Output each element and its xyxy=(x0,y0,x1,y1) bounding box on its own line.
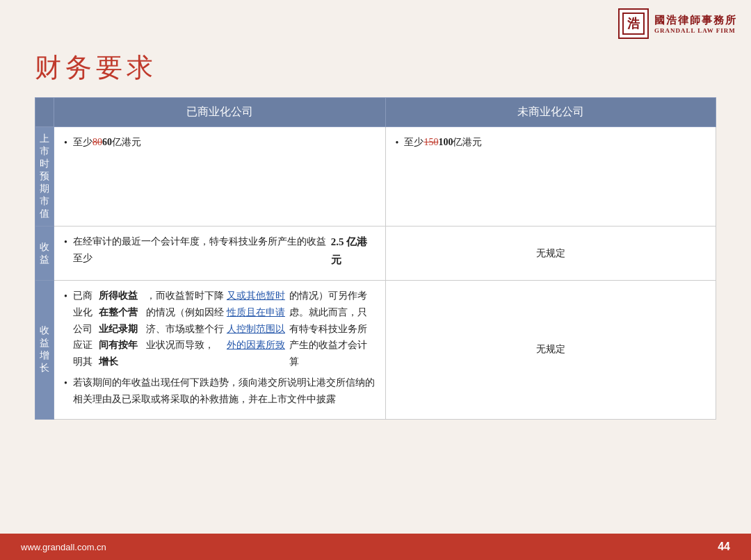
table-row: 收益增长 已商业化公司应证明其所得收益在整个营业纪录期间有按年增长，而收益暂时下… xyxy=(35,281,716,420)
logo-area: 浩 國浩律師事務所 GRANDALL LAW FIRM xyxy=(618,8,737,39)
logo-en: GRANDALL LAW FIRM xyxy=(654,27,736,34)
footer-url: www.grandall.com.cn xyxy=(21,542,106,552)
slide: 浩 國浩律師事務所 GRANDALL LAW FIRM 财务要求 已商业化公司 xyxy=(0,0,751,560)
footer-page: 44 xyxy=(718,541,730,553)
cell-market-cap-commercialized: 至少 8060 亿港元 xyxy=(54,127,386,227)
row-header-revenue-growth: 收益增长 xyxy=(35,281,54,420)
col-empty-header xyxy=(35,98,54,127)
row-header-revenue: 收益 xyxy=(35,227,54,281)
table-row: 收益 在经审计的最近一个会计年度，特专科技业务所产生的收益至少 2.5 亿港元 … xyxy=(35,227,716,281)
svg-text:浩: 浩 xyxy=(627,17,640,31)
logo-cn: 國浩律師事務所 xyxy=(654,14,737,27)
table-row: 上市时预期市值 至少 8060 亿港元 至少 150100 亿港元 xyxy=(35,127,716,227)
logo-text: 國浩律師事務所 GRANDALL LAW FIRM xyxy=(654,14,737,34)
cell-growth-commercialized: 已商业化公司应证明其所得收益在整个营业纪录期间有按年增长，而收益暂时下降的情况（… xyxy=(54,281,386,420)
main-table-container: 已商业化公司 未商业化公司 上市时预期市值 至少 8060 亿港元 xyxy=(35,97,716,511)
cell-revenue-commercialized: 在经审计的最近一个会计年度，特专科技业务所产生的收益至少 2.5 亿港元 xyxy=(54,227,386,281)
footer: www.grandall.com.cn 44 xyxy=(0,534,751,560)
cell-market-cap-uncommercial: 至少 150100 亿港元 xyxy=(385,127,716,227)
page-title: 财务要求 xyxy=(35,50,157,85)
row-header-market-cap: 上市时预期市值 xyxy=(35,127,54,227)
logo-icon: 浩 xyxy=(618,8,649,39)
financial-table: 已商业化公司 未商业化公司 上市时预期市值 至少 8060 亿港元 xyxy=(35,97,716,420)
col-commercialized-header: 已商业化公司 xyxy=(54,98,386,127)
col-uncommercial-header: 未商业化公司 xyxy=(385,98,716,127)
cell-revenue-uncommercial: 无规定 xyxy=(385,227,716,281)
cell-growth-uncommercial: 无规定 xyxy=(385,281,716,420)
